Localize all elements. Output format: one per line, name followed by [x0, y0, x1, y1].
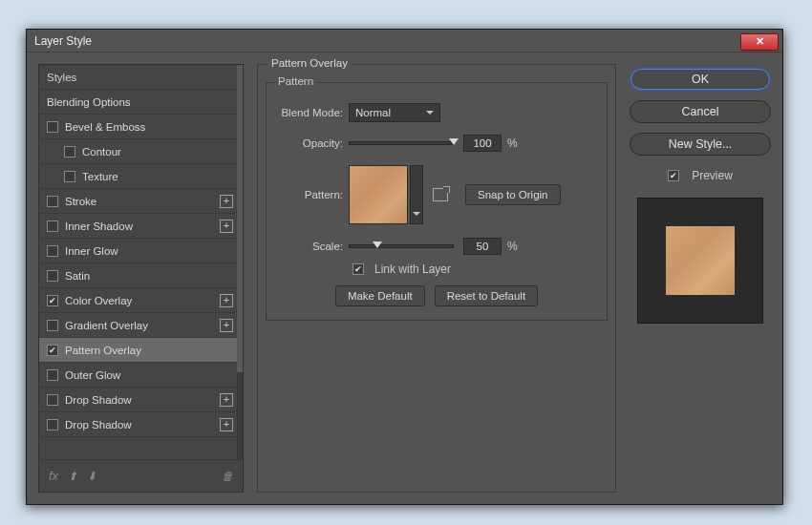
- link-with-layer-label: Link with Layer: [374, 262, 451, 276]
- satin-checkbox[interactable]: [47, 270, 58, 282]
- scale-unit: %: [507, 240, 518, 253]
- add-color-overlay-icon[interactable]: +: [220, 294, 233, 307]
- opacity-slider[interactable]: [349, 141, 454, 145]
- trash-icon[interactable]: 🗑: [222, 470, 233, 483]
- link-with-layer-row[interactable]: Link with Layer: [353, 262, 597, 276]
- pattern-group: Pattern Blend Mode: Normal Opacity: 100 …: [266, 82, 608, 321]
- preview-toggle[interactable]: Preview: [630, 169, 771, 182]
- opacity-value[interactable]: 100: [463, 135, 502, 152]
- scale-label: Scale:: [276, 241, 349, 252]
- drop-shadow-row-1[interactable]: Drop Shadow+: [39, 388, 243, 412]
- blending-options-row[interactable]: Blending Options: [39, 90, 243, 115]
- ok-button[interactable]: OK: [630, 68, 771, 91]
- contour-row[interactable]: Contour: [39, 139, 243, 164]
- inner-shadow-row[interactable]: Inner Shadow+: [39, 214, 243, 239]
- close-button[interactable]: ✕: [740, 33, 779, 51]
- preview-swatch: [666, 226, 735, 295]
- stroke-row[interactable]: Stroke+: [39, 189, 243, 214]
- panel-title: Pattern Overlay: [267, 57, 352, 69]
- pattern-picker-dropdown[interactable]: [410, 165, 423, 224]
- titlebar[interactable]: Layer Style ✕: [27, 30, 782, 52]
- reset-to-default-button[interactable]: Reset to Default: [435, 285, 538, 306]
- stroke-checkbox[interactable]: [47, 196, 58, 207]
- blend-mode-select[interactable]: Normal: [349, 103, 440, 122]
- color-overlay-checkbox[interactable]: [47, 295, 58, 306]
- scale-value[interactable]: 50: [463, 238, 502, 255]
- scale-slider-thumb[interactable]: [373, 242, 382, 253]
- pattern-swatch[interactable]: [349, 165, 408, 224]
- gradient-overlay-row[interactable]: Gradient Overlay+: [39, 313, 243, 338]
- add-stroke-icon[interactable]: +: [220, 195, 233, 208]
- pattern-overlay-panel: Pattern Overlay Pattern Blend Mode: Norm…: [257, 64, 616, 493]
- styles-scrollbar[interactable]: [237, 65, 243, 459]
- cancel-button[interactable]: Cancel: [630, 100, 771, 123]
- scale-slider[interactable]: [349, 244, 454, 248]
- outer-glow-row[interactable]: Outer Glow: [39, 363, 243, 388]
- contour-checkbox[interactable]: [64, 146, 75, 158]
- bevel-checkbox[interactable]: [47, 121, 58, 133]
- window-title: Layer Style: [34, 34, 740, 48]
- satin-row[interactable]: Satin: [39, 263, 243, 288]
- right-panel: OK Cancel New Style... Preview: [630, 64, 771, 493]
- blend-mode-label: Blend Mode:: [276, 107, 349, 118]
- preview-checkbox[interactable]: [668, 170, 679, 181]
- move-up-icon[interactable]: ⬆: [68, 470, 77, 483]
- link-with-layer-checkbox[interactable]: [353, 263, 364, 275]
- snap-to-origin-button[interactable]: Snap to Origin: [465, 184, 561, 205]
- preview-box: [637, 198, 763, 324]
- drop-shadow-checkbox-2[interactable]: [47, 419, 58, 430]
- opacity-slider-thumb[interactable]: [449, 138, 459, 150]
- add-gradient-overlay-icon[interactable]: +: [220, 319, 233, 332]
- pattern-overlay-checkbox[interactable]: [47, 345, 58, 356]
- texture-row[interactable]: Texture: [39, 164, 243, 189]
- drop-shadow-row-2[interactable]: Drop Shadow+: [39, 412, 243, 437]
- pattern-label: Pattern:: [276, 189, 349, 200]
- gradient-overlay-checkbox[interactable]: [47, 320, 58, 331]
- pattern-overlay-row[interactable]: Pattern Overlay: [39, 338, 243, 363]
- opacity-unit: %: [507, 136, 518, 150]
- styles-footer: fx ⬆ ⬇ 🗑: [39, 459, 243, 492]
- inner-glow-row[interactable]: Inner Glow: [39, 239, 243, 263]
- styles-panel: Styles Blending Options Bevel & Emboss C…: [38, 64, 244, 493]
- inner-glow-checkbox[interactable]: [47, 245, 58, 257]
- outer-glow-checkbox[interactable]: [47, 369, 58, 381]
- styles-heading[interactable]: Styles: [39, 65, 243, 90]
- add-inner-shadow-icon[interactable]: +: [220, 220, 233, 233]
- close-icon: ✕: [756, 35, 764, 48]
- color-overlay-row[interactable]: Color Overlay+: [39, 288, 243, 313]
- add-drop-shadow-icon-1[interactable]: +: [220, 393, 233, 407]
- layer-style-dialog: Layer Style ✕ Styles Blending Options Be…: [26, 29, 783, 505]
- new-preset-icon[interactable]: [433, 188, 448, 201]
- move-down-icon[interactable]: ⬇: [87, 470, 96, 483]
- add-drop-shadow-icon-2[interactable]: +: [220, 418, 233, 431]
- drop-shadow-checkbox-1[interactable]: [47, 394, 58, 406]
- fx-icon[interactable]: fx: [49, 469, 58, 483]
- opacity-label: Opacity:: [276, 137, 349, 149]
- make-default-button[interactable]: Make Default: [335, 285, 425, 306]
- inner-shadow-checkbox[interactable]: [47, 220, 58, 232]
- bevel-emboss-row[interactable]: Bevel & Emboss: [39, 115, 243, 139]
- preview-label: Preview: [692, 169, 733, 182]
- new-style-button[interactable]: New Style...: [630, 133, 771, 156]
- pattern-group-label: Pattern: [274, 75, 317, 87]
- styles-scrollbar-thumb[interactable]: [237, 65, 243, 372]
- texture-checkbox[interactable]: [64, 171, 75, 182]
